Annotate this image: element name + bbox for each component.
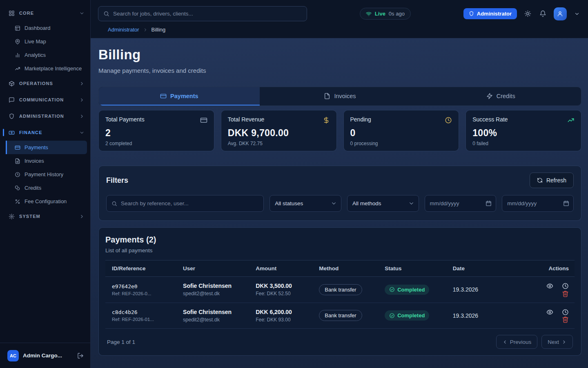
zap-icon — [486, 93, 493, 99]
sidebar-item-fee-configuration[interactable]: Fee Configuration — [6, 195, 87, 208]
pagination: Page 1 of 1 Previous Next — [105, 335, 575, 349]
sidebar-item-analytics[interactable]: Analytics — [6, 48, 87, 62]
live-label: Live — [375, 11, 385, 17]
table-row[interactable]: c8dc4b26 Ref: REF-2026-01... Sofie Chris… — [105, 303, 575, 329]
sidebar-section-core[interactable]: CORE — [0, 5, 90, 21]
stat-card-pending: Pending 0 0 processing — [343, 110, 459, 151]
method-filter-select[interactable]: All methods — [347, 195, 419, 212]
account-avatar-button[interactable] — [554, 7, 567, 20]
notifications-button[interactable] — [539, 9, 547, 18]
file-text-icon — [15, 158, 20, 164]
stat-title: Success Rate — [472, 116, 508, 123]
file-text-icon — [324, 93, 330, 99]
filter-search-input[interactable] — [121, 200, 258, 206]
delete-payment-button[interactable] — [562, 316, 569, 323]
global-search[interactable] — [98, 6, 307, 21]
payment-ref: Ref: REF-2026-0... — [112, 291, 173, 296]
payment-history-button[interactable] — [562, 309, 569, 316]
logout-button[interactable] — [77, 352, 84, 359]
content: Billing Manage payments, invoices and cr… — [91, 38, 588, 368]
payment-fee: Fee: DKK 52.50 — [256, 291, 309, 296]
date-from-filter — [425, 195, 497, 212]
payments-card: Payments (2) List of all payments ID/Ref… — [98, 227, 581, 356]
payments-title: Payments (2) — [105, 235, 575, 245]
column-user: User — [178, 260, 251, 277]
payment-email: spedit2@test.dk — [183, 317, 246, 323]
view-payment-button[interactable] — [546, 309, 553, 316]
stat-title: Total Payments — [105, 116, 145, 123]
chevron-right-icon — [79, 214, 85, 219]
account-menu-button[interactable] — [573, 10, 581, 18]
global-search-input[interactable] — [113, 11, 302, 17]
date-from-input[interactable] — [425, 195, 497, 212]
method-badge: Bank transfer — [319, 310, 362, 321]
column-date: Date — [448, 260, 523, 277]
delete-payment-button[interactable] — [562, 290, 569, 297]
payment-history-button[interactable] — [562, 283, 569, 289]
sidebar-item-label: Marketplace Intelligence — [24, 65, 82, 72]
main-area: Live 0s ago Administrator — [91, 0, 588, 368]
sidebar-item-credits[interactable]: Credits — [6, 181, 87, 195]
status-label: Completed — [397, 287, 425, 293]
column-status: Status — [380, 260, 448, 277]
sidebar-section-communication[interactable]: COMMUNICATION — [0, 92, 90, 108]
payment-date: 19.3.2026 — [453, 312, 478, 319]
sidebar-item-live-map[interactable]: Live Map — [6, 35, 87, 48]
payment-fee: Fee: DKK 93.00 — [256, 317, 309, 323]
previous-page-button[interactable]: Previous — [496, 335, 538, 349]
stats-row: Total Payments 2 2 completed Total Reven… — [98, 110, 581, 151]
sidebar-user[interactable]: AC Admin Cargo... — [0, 343, 90, 368]
method-badge: Bank transfer — [319, 284, 362, 295]
role-badge[interactable]: Administrator — [463, 8, 517, 19]
filter-search[interactable] — [106, 195, 264, 212]
trending-up-icon — [567, 117, 575, 124]
banknote-icon — [9, 130, 15, 136]
tab-invoices[interactable]: Invoices — [260, 87, 421, 105]
sidebar-item-label: Payment History — [24, 171, 63, 177]
dashboard-icon — [15, 25, 20, 31]
theme-toggle-button[interactable] — [523, 9, 532, 18]
next-page-button[interactable]: Next — [541, 335, 573, 349]
sidebar-section-operations[interactable]: OPERATIONS — [0, 75, 90, 92]
stat-value: 100% — [472, 128, 575, 139]
table-row[interactable]: e97642e0 Ref: REF-2026-0... Sofie Christ… — [105, 277, 575, 303]
payment-id: e97642e0 — [112, 283, 173, 289]
refresh-button[interactable]: Refresh — [530, 173, 574, 188]
user-avatar: AC — [7, 350, 19, 361]
clock-icon — [562, 283, 569, 289]
badge-shield-icon — [469, 11, 474, 16]
column-actions: Actions — [523, 260, 575, 277]
tab-label: Invoices — [334, 93, 356, 99]
view-payment-button[interactable] — [546, 283, 553, 289]
filters-card: Filters Refresh All statuses — [98, 166, 581, 221]
payment-user: Sofie Christensen — [183, 283, 246, 289]
sidebar-item-label: Dashboard — [24, 25, 51, 31]
sidebar-item-payment-history[interactable]: Payment History — [6, 168, 87, 181]
sidebar-item-marketplace-intelligence[interactable]: Marketplace Intelligence — [6, 62, 87, 75]
tab-payments[interactable]: Payments — [99, 87, 260, 105]
sidebar-section-system[interactable]: SYSTEM — [0, 208, 90, 224]
live-ago: 0s ago — [389, 11, 405, 17]
gear-icon — [9, 213, 15, 220]
sidebar-item-payments[interactable]: Payments — [6, 141, 87, 154]
refresh-label: Refresh — [546, 177, 566, 184]
clock-icon — [562, 309, 569, 316]
sidebar-section-administration[interactable]: ADMINISTRATION — [0, 108, 90, 124]
sidebar-item-label: Payments — [24, 144, 48, 150]
sidebar-section-finance[interactable]: FINANCE — [0, 124, 90, 141]
message-icon — [9, 97, 15, 103]
status-filter-select[interactable]: All statuses — [270, 195, 341, 212]
stat-sub: 0 processing — [350, 141, 452, 146]
column-amount: Amount — [251, 260, 314, 277]
breadcrumb-parent-link[interactable]: Administrator — [108, 27, 139, 33]
sidebar-item-label: Live Map — [24, 38, 46, 45]
sidebar-item-invoices[interactable]: Invoices — [6, 154, 87, 168]
payment-id: c8dc4b26 — [112, 309, 173, 315]
trash-icon — [562, 316, 569, 323]
percent-icon — [15, 199, 20, 204]
tab-credits[interactable]: Credits — [420, 87, 581, 105]
sidebar-item-dashboard[interactable]: Dashboard — [6, 21, 87, 35]
sidebar-item-label: Credits — [24, 185, 41, 191]
credit-card-icon — [200, 117, 207, 124]
date-to-input[interactable] — [502, 195, 574, 212]
